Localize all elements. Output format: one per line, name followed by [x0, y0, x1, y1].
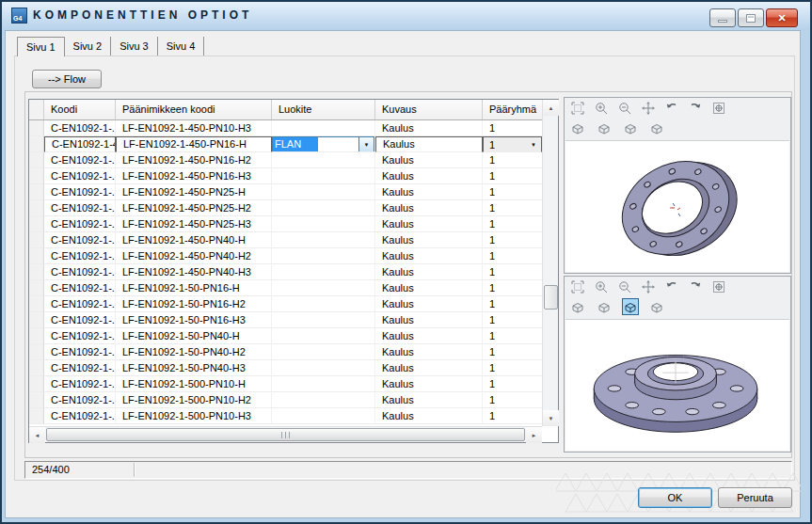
cell-paanimike[interactable]: LF-EN1092-1-450-PN10-H3	[116, 120, 272, 136]
cell-paaryhma-editor[interactable]: 1▼	[483, 136, 542, 152]
cell-luokite[interactable]	[272, 248, 375, 264]
cell-luokite[interactable]	[272, 344, 375, 360]
center-icon[interactable]	[711, 279, 726, 294]
cell-koodi[interactable]: C-EN1092-1-...	[44, 296, 116, 312]
cell-paaryhma[interactable]: 1	[483, 232, 542, 248]
cell-paanimike[interactable]: LF-EN1092-1-50-PN16-H3	[116, 312, 272, 328]
cell-paanimike[interactable]: LF-EN1092-1-450-PN40-H	[116, 232, 272, 248]
rotate-ccw-icon[interactable]	[664, 101, 679, 116]
cell-luokite[interactable]	[272, 232, 375, 248]
cell-luokite[interactable]	[272, 296, 375, 312]
cell-paaryhma[interactable]: 1	[483, 200, 542, 216]
cell-luokite[interactable]	[272, 168, 375, 184]
cell-kuvaus[interactable]: Kaulus	[375, 312, 483, 328]
vertical-scrollbar[interactable]: ▲ ▼	[542, 100, 558, 426]
cell-kuvaus[interactable]: Kaulus	[375, 168, 483, 184]
cell-koodi[interactable]: C-EN1092-1-...	[44, 120, 116, 136]
cell-kuvaus[interactable]: Kaulus	[375, 344, 483, 360]
tab-sivu-4[interactable]: Sivu 4	[158, 37, 205, 56]
vertical-scroll-thumb[interactable]	[544, 285, 558, 310]
titlebar[interactable]: G4 KOMPONENTTIEN OPTIOT ✕	[2, 2, 810, 30]
cell-paanimike[interactable]: LF-EN1092-1-50-PN40-H2	[116, 344, 272, 360]
cell-luokite[interactable]	[272, 312, 375, 328]
cell-koodi[interactable]: C-EN1092-1-...	[44, 216, 116, 232]
cell-kuvaus[interactable]: Kaulus	[375, 152, 483, 168]
cell-koodi[interactable]: C-EN1092-1-...	[44, 344, 116, 360]
cell-kuvaus[interactable]: Kaulus	[375, 328, 483, 344]
table-row[interactable]: C-EN1092-1-...LF-EN1092-1-500-PN10-HKaul…	[29, 376, 542, 392]
cell-koodi[interactable]: C-EN1092-1-...	[44, 248, 116, 264]
horizontal-scrollbar[interactable]: ◄ ►	[29, 426, 542, 442]
column-header-paanimikkeen-koodi[interactable]: Päänimikkeen koodi	[116, 100, 272, 119]
preview-viewport-bottom[interactable]	[565, 319, 789, 451]
table-row[interactable]: C-EN1092-1-...LF-EN1092-1-50-PN16-HKaulu…	[29, 280, 542, 296]
table-row[interactable]: C-EN1092-1-...LF-EN1092-1-50-PN16-H3Kaul…	[29, 312, 542, 328]
cell-koodi[interactable]: C-EN1092-1-...	[44, 152, 116, 168]
cell-luokite[interactable]	[272, 392, 375, 408]
cell-kuvaus[interactable]: Kaulus	[375, 264, 483, 280]
tab-sivu-2[interactable]: Sivu 2	[65, 37, 112, 56]
cell-paanimike[interactable]: LF-EN1092-1-450-PN40-H3	[116, 264, 272, 280]
table-row-editing[interactable]: C-EN1092-1-45LF-EN1092-1-450-PN16-HFLAN▼…	[29, 136, 542, 152]
cell-koodi[interactable]: C-EN1092-1-...	[44, 392, 116, 408]
table-row[interactable]: C-EN1092-1-...LF-EN1092-1-50-PN40-H3Kaul…	[29, 360, 542, 376]
view-4-icon[interactable]	[649, 120, 664, 135]
view-1-icon[interactable]	[570, 299, 585, 314]
cell-paaryhma[interactable]: 1	[483, 280, 542, 296]
cell-paanimike[interactable]: LF-EN1092-1-450-PN25-H	[116, 184, 272, 200]
view-1-icon[interactable]	[570, 120, 585, 135]
view-3-icon[interactable]	[623, 120, 638, 135]
cell-paanimike[interactable]: LF-EN1092-1-50-PN40-H	[116, 328, 272, 344]
cell-koodi[interactable]: C-EN1092-1-...	[44, 312, 116, 328]
cell-luokite[interactable]	[272, 200, 375, 216]
view-4-icon[interactable]	[649, 299, 664, 314]
rotate-ccw-icon[interactable]	[664, 279, 679, 294]
cell-paanimike[interactable]: LF-EN1092-1-50-PN16-H2	[116, 296, 272, 312]
cell-paaryhma[interactable]: 1	[483, 344, 542, 360]
column-header-luokite[interactable]: Luokite	[272, 100, 375, 119]
table-row[interactable]: C-EN1092-1-...LF-EN1092-1-50-PN16-H2Kaul…	[29, 296, 542, 312]
table-row[interactable]: C-EN1092-1-...LF-EN1092-1-450-PN25-HKaul…	[29, 184, 542, 200]
cell-luokite[interactable]	[272, 152, 375, 168]
cell-paanimike[interactable]: LF-EN1092-1-450-PN16-H3	[116, 168, 272, 184]
cell-paaryhma[interactable]: 1	[483, 360, 542, 376]
cell-paaryhma[interactable]: 1	[483, 184, 542, 200]
cell-luokite[interactable]	[272, 408, 375, 424]
table-row[interactable]: C-EN1092-1-...LF-EN1092-1-50-PN40-H2Kaul…	[29, 344, 542, 360]
horizontal-scroll-thumb[interactable]	[46, 428, 525, 441]
table-row[interactable]: C-EN1092-1-...LF-EN1092-1-500-PN10-H2Kau…	[29, 392, 542, 408]
cell-kuvaus[interactable]: Kaulus	[375, 296, 483, 312]
view-2-icon[interactable]	[597, 299, 612, 314]
cell-luokite[interactable]	[272, 376, 375, 392]
tab-sivu-3[interactable]: Sivu 3	[111, 37, 158, 56]
table-row[interactable]: C-EN1092-1-...LF-EN1092-1-450-PN40-HKaul…	[29, 232, 542, 248]
cell-paaryhma[interactable]: 1	[483, 376, 542, 392]
table-row[interactable]: C-EN1092-1-...LF-EN1092-1-450-PN16-H3Kau…	[29, 168, 542, 184]
cell-koodi[interactable]: C-EN1092-1-...	[44, 376, 116, 392]
cell-paanimike-editor[interactable]: LF-EN1092-1-450-PN16-H	[116, 136, 272, 152]
cell-luokite-editor[interactable]: FLAN▼	[272, 136, 375, 152]
zoom-in-icon[interactable]	[594, 279, 609, 294]
cell-luokite[interactable]	[272, 328, 375, 344]
cell-koodi[interactable]: C-EN1092-1-...	[44, 184, 116, 200]
cell-koodi[interactable]: C-EN1092-1-...	[44, 408, 116, 424]
cell-paanimike[interactable]: LF-EN1092-1-50-PN16-H	[116, 280, 272, 296]
cell-paaryhma[interactable]: 1	[483, 168, 542, 184]
cell-kuvaus[interactable]: Kaulus	[375, 392, 483, 408]
cell-kuvaus[interactable]: Kaulus	[375, 184, 483, 200]
table-row[interactable]: C-EN1092-1-...LF-EN1092-1-450-PN16-H2Kau…	[29, 152, 542, 168]
cell-luokite[interactable]	[272, 184, 375, 200]
scroll-up-icon[interactable]: ▲	[543, 100, 559, 116]
cell-luokite[interactable]	[272, 120, 375, 136]
zoom-in-icon[interactable]	[594, 101, 609, 116]
cell-kuvaus[interactable]: Kaulus	[375, 408, 483, 424]
cell-koodi[interactable]: C-EN1092-1-...	[44, 232, 116, 248]
minimize-button[interactable]	[709, 8, 736, 27]
table-row[interactable]: C-EN1092-1-...LF-EN1092-1-450-PN25-H3Kau…	[29, 216, 542, 232]
scroll-left-icon[interactable]: ◄	[29, 427, 45, 443]
zoom-out-icon[interactable]	[617, 101, 632, 116]
tab-sivu-1[interactable]: Sivu 1	[17, 37, 65, 56]
table-row[interactable]: C-EN1092-1-...LF-EN1092-1-450-PN40-H2Kau…	[29, 248, 542, 264]
cell-paanimike[interactable]: LF-EN1092-1-450-PN16-H2	[116, 152, 272, 168]
table-row[interactable]: C-EN1092-1-...LF-EN1092-1-450-PN10-H3Kau…	[29, 120, 542, 136]
